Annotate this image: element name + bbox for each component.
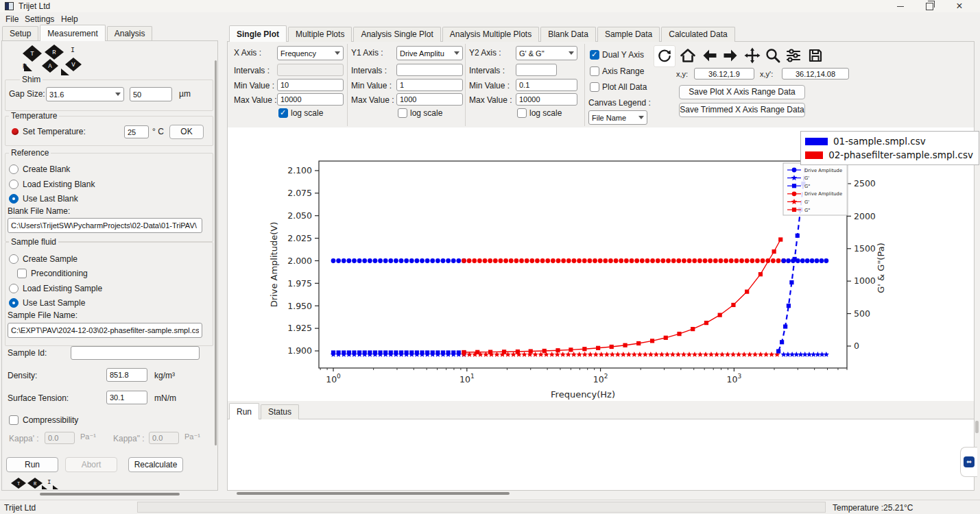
chevron-down-icon: [638, 116, 644, 119]
chevron-down-icon: [335, 51, 340, 55]
log-vscrollbar[interactable]: [975, 421, 979, 433]
back-icon[interactable]: [701, 47, 719, 64]
status-app-name: Trijet Ltd: [4, 503, 36, 513]
forward-icon[interactable]: [721, 47, 739, 64]
dual-y-axis-checkbox[interactable]: [590, 50, 599, 60]
save-plot-x-range-button[interactable]: Save Plot X Axis Range Data: [679, 85, 805, 99]
y1-min-input[interactable]: [396, 79, 463, 91]
close-icon[interactable]: ×: [948, 0, 971, 12]
temperature-ok-button[interactable]: OK: [169, 125, 204, 139]
y1-axis-combo[interactable]: Drive Amplitu: [396, 46, 463, 60]
sample-file-name-input[interactable]: [8, 323, 202, 338]
zoom-icon[interactable]: [764, 47, 782, 64]
radio-load-existing-blank[interactable]: [9, 180, 19, 189]
figure-legend: 01-sample.smpl.csv 02-phasefilter-sample…: [800, 131, 979, 165]
abort-button[interactable]: Abort: [65, 457, 117, 472]
window-title: Trijet Ltd: [19, 1, 50, 11]
x-intervals-input[interactable]: [277, 64, 344, 76]
compressibility-checkbox[interactable]: [9, 415, 19, 425]
teamviewer-icon[interactable]: ⇔: [964, 456, 975, 467]
svg-text:103: 103: [727, 373, 742, 384]
blank-file-name-input[interactable]: [8, 218, 202, 233]
tab-measurement[interactable]: Measurement: [40, 25, 105, 41]
trijet-logo-small: T R I: [10, 477, 65, 491]
separator: [347, 44, 348, 126]
left-panel-vscrollbar[interactable]: [215, 60, 217, 445]
radio-create-blank[interactable]: [9, 164, 19, 174]
y2-log-scale-checkbox[interactable]: [517, 108, 527, 118]
radio-load-existing-sample[interactable]: [9, 284, 19, 293]
svg-text:2.025: 2.025: [287, 233, 312, 243]
y2-min-input[interactable]: [516, 79, 577, 91]
window-titlebar: Trijet Ltd ×: [0, 0, 980, 12]
density-input[interactable]: [106, 368, 147, 382]
radio-create-sample[interactable]: [9, 254, 19, 264]
tab-status[interactable]: Status: [261, 404, 299, 419]
y2-min-label: Min Value :: [469, 81, 510, 90]
y2-max-input[interactable]: [516, 93, 577, 106]
menu-file[interactable]: File: [5, 14, 19, 24]
maximize-icon[interactable]: [918, 0, 941, 12]
plot-figure: 1.9001.9251.9501.9752.0002.0252.0502.075…: [228, 127, 974, 401]
save-icon[interactable]: [806, 47, 824, 64]
xy2-readout[interactable]: [782, 68, 849, 79]
tab-analysis[interactable]: Analysis: [107, 26, 153, 41]
menu-settings[interactable]: Settings: [25, 14, 54, 24]
radio-use-last-blank[interactable]: [9, 194, 19, 204]
configure-icon[interactable]: [785, 47, 802, 64]
x-max-input[interactable]: [277, 93, 344, 106]
tab-analysis-single-plot[interactable]: Analysis Single Plot: [353, 27, 440, 42]
x-max-label: Max Value :: [234, 95, 276, 105]
xy-readout[interactable]: [694, 68, 754, 79]
tab-calculated-data[interactable]: Calculated Data: [661, 27, 734, 42]
surface-tension-input[interactable]: [106, 391, 147, 404]
kappa1-label: Kappa' :: [9, 434, 39, 443]
x-log-scale-checkbox[interactable]: [278, 108, 288, 118]
save-trimmed-x-range-button[interactable]: Save Trimmed X Axis Range Data: [679, 103, 805, 117]
axis-range-checkbox[interactable]: [590, 66, 599, 76]
plot-canvas[interactable]: 1.9001.9251.9501.9752.0002.0252.0502.075…: [228, 127, 974, 401]
plot-all-data-label: Plot All Data: [602, 82, 647, 92]
run-button[interactable]: Run: [6, 457, 58, 472]
refresh-icon[interactable]: [654, 45, 676, 67]
left-panel-hscrollbar[interactable]: [40, 493, 180, 495]
tab-multiple-plots[interactable]: Multiple Plots: [288, 27, 352, 42]
radio-use-last-sample[interactable]: [9, 298, 19, 308]
sample-id-input[interactable]: [71, 346, 200, 360]
recalculate-button[interactable]: Recalculate: [128, 457, 183, 472]
x-min-input[interactable]: [277, 79, 344, 91]
menu-help[interactable]: Help: [61, 14, 78, 24]
svg-text:101: 101: [459, 373, 475, 384]
tab-single-plot[interactable]: Single Plot: [229, 25, 287, 42]
canvas-legend-combo[interactable]: File Name: [588, 110, 647, 125]
set-temperature-input[interactable]: [124, 125, 149, 138]
gap-size-input[interactable]: [130, 87, 172, 101]
kappa2-input[interactable]: [149, 432, 179, 444]
minimize-icon[interactable]: [889, 0, 912, 12]
y2-intervals-input[interactable]: [516, 64, 557, 76]
tab-run[interactable]: Run: [229, 403, 259, 419]
tab-blank-data[interactable]: Blank Data: [540, 27, 596, 42]
svg-text:2000: 2000: [854, 211, 876, 221]
y1-max-input[interactable]: [396, 93, 463, 106]
y2-axis-combo[interactable]: G' & G": [516, 46, 577, 60]
tab-sample-data[interactable]: Sample Data: [597, 27, 660, 42]
y2-max-label: Max Value :: [469, 95, 512, 105]
svg-text:G": G": [804, 184, 810, 189]
y1-intervals-input[interactable]: [396, 64, 463, 76]
preconditioning-checkbox[interactable]: [17, 269, 27, 278]
remote-access-flap[interactable]: ⇔: [960, 447, 977, 477]
kappa1-unit: Pa⁻¹: [80, 432, 96, 441]
tab-setup[interactable]: Setup: [2, 26, 38, 41]
plot-panel-hscrollbar[interactable]: [237, 492, 510, 495]
gap-size-combo[interactable]: 31.6: [46, 87, 124, 101]
plot-all-data-checkbox[interactable]: [590, 82, 599, 92]
radio-create-sample-label: Create Sample: [23, 254, 77, 264]
kappa1-input[interactable]: [45, 432, 75, 444]
surface-tension-label: Surface Tension:: [8, 393, 69, 403]
x-axis-combo[interactable]: Frequency: [277, 46, 344, 60]
home-icon[interactable]: [679, 47, 697, 64]
pan-icon[interactable]: [743, 47, 761, 64]
y1-log-scale-checkbox[interactable]: [398, 108, 407, 118]
tab-analysis-multiple-plots[interactable]: Analysis Multiple Plots: [442, 27, 539, 42]
